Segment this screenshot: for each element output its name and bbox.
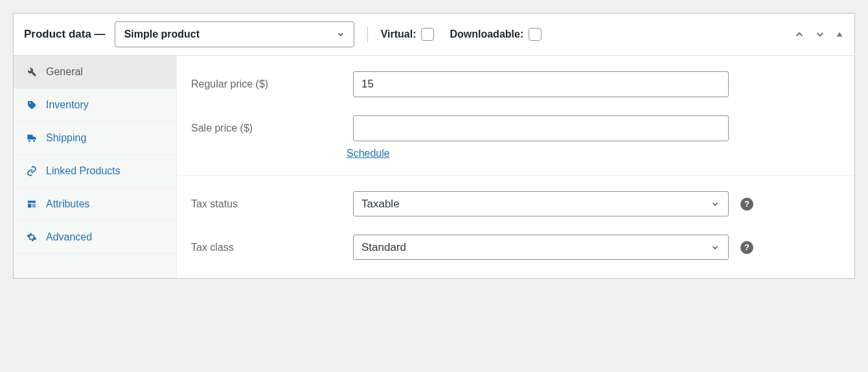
svg-rect-3 xyxy=(32,204,36,208)
svg-rect-1 xyxy=(28,201,36,203)
regular-price-input[interactable] xyxy=(353,71,729,97)
tab-label: General xyxy=(46,66,83,78)
tax-class-label: Tax class xyxy=(191,242,347,253)
downloadable-checkbox[interactable] xyxy=(529,28,542,41)
product-type-select-wrap: Simple product xyxy=(115,21,354,47)
tabs-sidebar: General Inventory Shipping Linked Produc… xyxy=(14,56,177,278)
panel-title: Product data — xyxy=(24,28,106,41)
move-down-button[interactable] xyxy=(814,29,826,40)
tab-label: Advanced xyxy=(46,231,92,243)
tab-attributes[interactable]: Attributes xyxy=(14,188,176,221)
tab-label: Attributes xyxy=(46,198,90,210)
tax-class-row: Tax class Standard ? xyxy=(191,235,840,260)
downloadable-label: Downloadable: xyxy=(450,29,523,40)
tax-class-select[interactable]: Standard xyxy=(353,235,729,260)
gear-icon xyxy=(25,232,38,242)
tax-status-select[interactable]: Taxable xyxy=(353,191,729,216)
tax-class-select-wrap: Standard xyxy=(353,235,729,260)
wrench-icon xyxy=(25,67,38,77)
tab-advanced[interactable]: Advanced xyxy=(14,221,176,254)
schedule-link[interactable]: Schedule xyxy=(347,148,390,159)
sale-price-label: Sale price ($) xyxy=(191,122,347,134)
help-icon[interactable]: ? xyxy=(740,198,753,211)
panel-body: General Inventory Shipping Linked Produc… xyxy=(14,56,854,278)
virtual-checkbox[interactable] xyxy=(421,28,434,41)
virtual-toggle[interactable]: Virtual: xyxy=(381,28,435,41)
sale-price-input[interactable] xyxy=(353,115,729,141)
tab-shipping[interactable]: Shipping xyxy=(14,122,176,155)
tab-label: Shipping xyxy=(46,132,86,144)
tag-icon xyxy=(25,100,38,110)
tab-inventory[interactable]: Inventory xyxy=(14,89,176,122)
sale-price-row: Sale price ($) xyxy=(191,115,840,141)
tab-label: Linked Products xyxy=(46,165,120,177)
move-up-button[interactable] xyxy=(794,29,805,40)
separator xyxy=(367,27,368,42)
product-type-select[interactable]: Simple product xyxy=(115,21,354,47)
product-data-panel: Product data — Simple product Virtual: D… xyxy=(13,13,855,279)
truck-icon xyxy=(25,132,38,144)
downloadable-toggle[interactable]: Downloadable: xyxy=(450,28,542,41)
tax-status-label: Tax status xyxy=(191,198,347,210)
tab-content-general: Regular price ($) Sale price ($) Schedul… xyxy=(177,56,854,278)
tab-label: Inventory xyxy=(46,99,89,111)
virtual-label: Virtual: xyxy=(381,29,417,40)
svg-marker-0 xyxy=(836,32,842,37)
tax-section: Tax status Taxable ? Tax class xyxy=(177,175,854,278)
regular-price-label: Regular price ($) xyxy=(191,78,347,90)
svg-rect-2 xyxy=(28,204,31,208)
link-icon xyxy=(25,166,38,176)
tax-status-select-wrap: Taxable xyxy=(353,191,729,216)
pricing-section: Regular price ($) Sale price ($) Schedul… xyxy=(177,56,854,175)
panel-order-controls xyxy=(794,29,844,40)
tax-status-row: Tax status Taxable ? xyxy=(191,191,840,216)
layout-icon xyxy=(25,199,38,209)
collapse-button[interactable] xyxy=(835,30,844,39)
help-icon[interactable]: ? xyxy=(740,241,753,254)
panel-header: Product data — Simple product Virtual: D… xyxy=(14,14,854,56)
regular-price-row: Regular price ($) xyxy=(191,71,840,97)
tab-general[interactable]: General xyxy=(14,56,176,89)
tab-linked-products[interactable]: Linked Products xyxy=(14,155,176,188)
